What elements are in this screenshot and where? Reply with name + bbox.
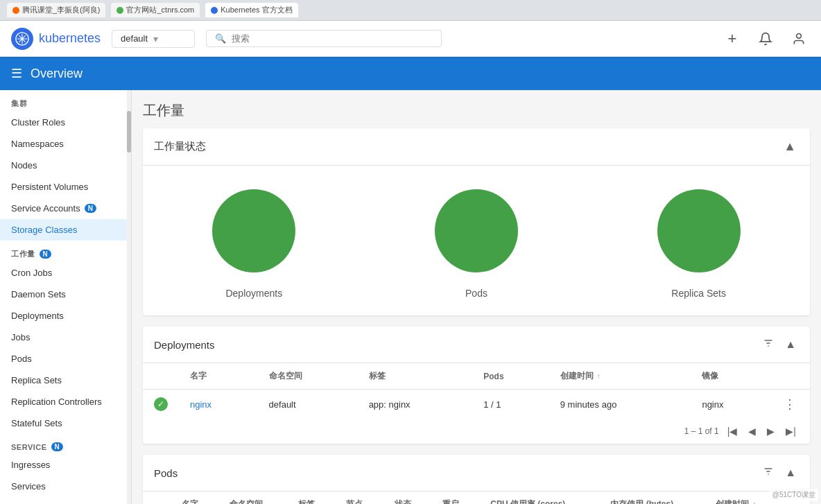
col-status <box>143 363 179 390</box>
deployments-header-actions: ▲ <box>760 335 799 354</box>
sidebar-item-daemon-sets[interactable]: Daemon Sets <box>0 284 131 305</box>
sidebar-item-persistent-volumes[interactable]: Persistent Volumes <box>0 176 131 198</box>
deployment-created-cell: 9 minutes ago <box>549 390 691 419</box>
more-actions-icon[interactable]: ⋮ <box>781 397 799 411</box>
sidebar-item-label: Pods <box>11 354 32 364</box>
pods-col-labels: 标签 <box>287 492 335 504</box>
sidebar-scrollbar[interactable] <box>127 90 131 504</box>
add-button[interactable]: + <box>721 28 743 50</box>
watermark: @51CTO课堂 <box>770 489 818 501</box>
browser-tab-3[interactable]: Kubernetes 官方文档 <box>205 3 297 17</box>
status-check-icon: ✓ <box>154 397 168 411</box>
sidebar-item-label: Cron Jobs <box>11 268 52 278</box>
workload-status-actions: ▲ <box>781 137 799 157</box>
collapse-pods-icon[interactable]: ▲ <box>782 464 799 482</box>
sidebar-item-label: Ingresses <box>11 460 50 470</box>
sidebar-section-workload: 工作量 N <box>0 241 131 262</box>
filter-pods-icon[interactable] <box>760 463 777 483</box>
sidebar-item-service-accounts[interactable]: Service Accounts N <box>0 198 131 219</box>
deployment-name-cell[interactable]: nginx <box>179 390 258 419</box>
app-header: kubernetes default ▾ 🔍 + <box>0 21 821 57</box>
sidebar-item-label: Replica Sets <box>11 375 62 385</box>
chart-pods: Pods <box>428 182 525 299</box>
pods-table-container: 名字 命名空间 标签 节点 状态 重启 CPU 使用率 (cores) 内存使用… <box>143 492 810 504</box>
sidebar-item-label: Stateful Sets <box>11 418 62 428</box>
sort-arrow-icon: ↑ <box>597 372 600 380</box>
sidebar-item-label: Nodes <box>11 160 37 171</box>
pods-col-restarts: 重启 <box>431 492 479 504</box>
sidebar-item-stateful-sets[interactable]: Stateful Sets <box>0 412 131 434</box>
collapse-icon[interactable]: ▲ <box>781 137 799 157</box>
browser-tab-1[interactable]: 腾讯课堂_李振良(阿良) <box>7 3 105 17</box>
sidebar-item-jobs[interactable]: Jobs <box>0 327 131 348</box>
browser-tab-2[interactable]: 官方网站_ctnrs.com <box>111 3 200 17</box>
col-image: 镜像 <box>691 363 770 390</box>
svg-point-4 <box>657 189 741 272</box>
pagination-last-icon[interactable]: ▶| <box>783 424 799 438</box>
deployments-pagination: 1 – 1 of 1 |◀ ◀ ▶ ▶| <box>143 419 810 444</box>
pagination-prev-icon[interactable]: ◀ <box>745 424 759 438</box>
sidebar-item-replica-sets[interactable]: Replica Sets <box>0 370 131 391</box>
pods-title: Pods <box>154 467 178 479</box>
pagination-first-icon[interactable]: |◀ <box>725 424 741 438</box>
notification-bell-icon[interactable] <box>754 28 777 50</box>
pods-col-memory: 内存使用 (bytes) <box>599 492 705 504</box>
sidebar-item-services[interactable]: Services <box>0 476 131 497</box>
sidebar-item-label: Jobs <box>11 332 30 342</box>
sidebar-section-cluster: 集群 <box>0 90 131 112</box>
user-avatar-icon[interactable] <box>788 28 810 50</box>
chart-replica-sets: Replica Sets <box>650 182 747 299</box>
hamburger-menu-icon[interactable]: ☰ <box>11 66 22 81</box>
service-accounts-badge: N <box>85 204 96 213</box>
deployment-image-cell: nginx <box>691 390 770 419</box>
sidebar-item-cluster-roles[interactable]: Cluster Roles <box>0 112 131 133</box>
workload-badge: N <box>40 250 52 259</box>
sidebar-item-namespaces[interactable]: Namespaces <box>0 133 131 155</box>
header-actions: + <box>721 28 810 50</box>
sidebar-item-label: Service Accounts <box>11 203 80 214</box>
chevron-down-icon: ▾ <box>153 33 158 44</box>
svg-point-3 <box>435 189 518 272</box>
svg-point-2 <box>212 189 295 272</box>
sidebar-item-deployments[interactable]: Deployments <box>0 305 131 327</box>
sidebar-section-config: 配置和存储 N <box>0 497 131 504</box>
pods-col-status-header: 状态 <box>383 492 431 504</box>
service-badge: N <box>51 442 64 451</box>
sidebar-item-storage-classes[interactable]: Storage Classes <box>0 219 131 241</box>
deployment-actions-cell[interactable]: ⋮ <box>770 390 810 419</box>
collapse-deployments-icon[interactable]: ▲ <box>782 336 799 354</box>
sidebar-item-label: Namespaces <box>11 139 64 149</box>
col-pods: Pods <box>472 363 548 390</box>
main-layout: 集群 Cluster Roles Namespaces Nodes Persis… <box>0 90 821 504</box>
pods-card-header: Pods ▲ <box>143 455 810 492</box>
pods-card: Pods ▲ 名字 命名空间 <box>143 455 810 504</box>
sidebar-section-service: Service N <box>0 434 131 454</box>
pagination-next-icon[interactable]: ▶ <box>764 424 777 438</box>
workload-section-title: 工作量 <box>143 101 810 120</box>
search-input[interactable] <box>232 33 433 44</box>
sidebar-item-label: Services <box>11 481 46 492</box>
namespace-selector[interactable]: default ▾ <box>112 30 195 48</box>
sidebar-item-pods[interactable]: Pods <box>0 348 131 370</box>
deployments-table: 名字 命名空间 标签 Pods 创建时间 ↑ 镜像 <box>143 363 810 419</box>
page-title-bar: ☰ Overview <box>0 57 821 90</box>
search-box[interactable]: 🔍 <box>206 30 442 47</box>
deployments-card: Deployments ▲ 名字 命名 <box>143 327 810 444</box>
chart-deployments-label: Deployments <box>225 288 282 299</box>
pods-col-name: 名字 <box>171 492 218 504</box>
pods-table: 名字 命名空间 标签 节点 状态 重启 CPU 使用率 (cores) 内存使用… <box>143 492 810 504</box>
sidebar-item-nodes[interactable]: Nodes <box>0 155 131 176</box>
sidebar-item-label: Deployments <box>11 311 64 321</box>
col-name: 名字 <box>179 363 258 390</box>
chart-replica-sets-label: Replica Sets <box>671 288 726 299</box>
deployments-card-header: Deployments ▲ <box>143 327 810 363</box>
sidebar-item-replication-controllers[interactable]: Replication Controllers <box>0 391 131 412</box>
workload-status-header: 工作量状态 ▲ <box>143 128 810 166</box>
filter-icon[interactable] <box>760 335 777 354</box>
sidebar-item-cron-jobs[interactable]: Cron Jobs <box>0 262 131 284</box>
row-status-cell: ✓ <box>143 390 179 419</box>
sidebar-item-ingresses[interactable]: Ingresses <box>0 454 131 476</box>
content-area: 工作量 工作量状态 ▲ Deployments <box>132 90 821 504</box>
search-icon: 🔍 <box>215 33 226 44</box>
col-actions <box>770 363 810 390</box>
